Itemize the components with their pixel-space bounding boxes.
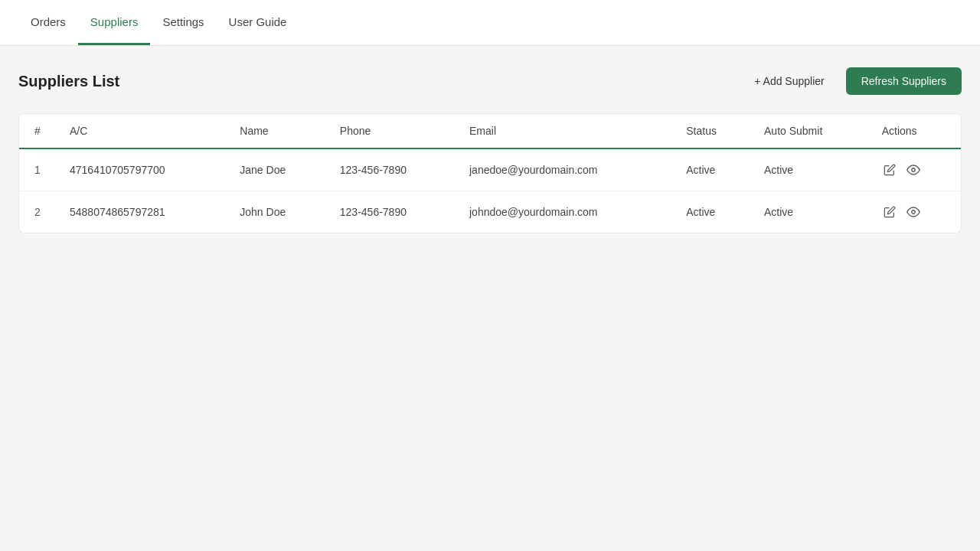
cell-actions	[870, 191, 961, 233]
cell-ac: 4716410705797700	[57, 148, 227, 191]
nav-item-settings[interactable]: Settings	[150, 0, 216, 45]
cell-name: John Doe	[227, 191, 328, 233]
cell-num: 2	[19, 191, 57, 233]
cell-actions	[870, 148, 961, 191]
add-supplier-button[interactable]: + Add Supplier	[745, 69, 833, 93]
cell-email: johndoe@yourdomain.com	[457, 191, 674, 233]
svg-point-0	[911, 168, 915, 172]
suppliers-table: # A/C Name Phone Email Status Auto Submi…	[19, 114, 961, 233]
table-row: 25488074865797281John Doe123-456-7890joh…	[19, 191, 961, 233]
cell-ac: 5488074865797281	[57, 191, 227, 233]
cell-auto-submit: Active	[752, 191, 870, 233]
table-row: 14716410705797700Jane Doe123-456-7890jan…	[19, 148, 961, 191]
col-header-auto-submit: Auto Submit	[752, 114, 870, 148]
cell-email: janedoe@yourdomain.com	[457, 148, 674, 191]
cell-name: Jane Doe	[227, 148, 328, 191]
svg-point-1	[911, 210, 915, 214]
cell-auto-submit: Active	[752, 148, 870, 191]
col-header-num: #	[19, 114, 57, 148]
edit-icon[interactable]	[882, 204, 897, 220]
main-content: Suppliers List + Add Supplier Refresh Su…	[0, 46, 980, 255]
col-header-actions: Actions	[870, 114, 961, 148]
nav-bar: Orders Suppliers Settings User Guide	[0, 0, 980, 46]
col-header-email: Email	[457, 114, 674, 148]
refresh-suppliers-button[interactable]: Refresh Suppliers	[846, 67, 962, 95]
view-icon[interactable]	[905, 204, 922, 220]
edit-icon[interactable]	[882, 162, 897, 178]
nav-item-suppliers[interactable]: Suppliers	[78, 0, 151, 45]
nav-item-user-guide[interactable]: User Guide	[217, 0, 299, 45]
action-icons	[882, 161, 949, 178]
cell-phone: 123-456-7890	[328, 191, 457, 233]
table-header-row: # A/C Name Phone Email Status Auto Submi…	[19, 114, 961, 148]
action-icons	[882, 204, 949, 220]
col-header-ac: A/C	[57, 114, 227, 148]
suppliers-table-container: # A/C Name Phone Email Status Auto Submi…	[18, 113, 962, 233]
cell-num: 1	[19, 148, 57, 191]
col-header-phone: Phone	[328, 114, 457, 148]
nav-item-orders[interactable]: Orders	[18, 0, 78, 45]
cell-phone: 123-456-7890	[328, 148, 457, 191]
cell-status: Active	[674, 148, 752, 191]
col-header-name: Name	[227, 114, 328, 148]
view-icon[interactable]	[905, 161, 922, 178]
page-header: Suppliers List + Add Supplier Refresh Su…	[18, 67, 962, 95]
page-title: Suppliers List	[18, 73, 119, 90]
cell-status: Active	[674, 191, 752, 233]
header-actions: + Add Supplier Refresh Suppliers	[745, 67, 962, 95]
col-header-status: Status	[674, 114, 752, 148]
